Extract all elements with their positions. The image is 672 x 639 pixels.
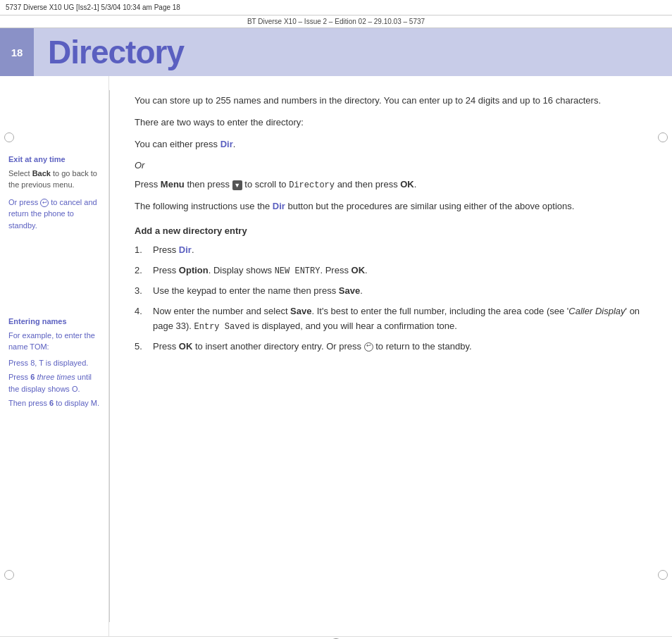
content-area: You can store up to 255 names and number… [110,76,672,636]
page-number: 18 [0,28,34,76]
step-num-1: 1. [135,243,147,258]
page-title: Directory [48,33,184,71]
ok-ref1: OK [400,179,414,190]
or-text: Or [135,159,647,173]
menu-ref: Menu [161,179,185,190]
sidebar-names-section: Entering names For example, to enter the… [8,316,100,409]
step-content-2: Press Option. Display shows NEW ENTRY. P… [153,263,647,278]
sidebar-exit-title: Exit at any time [8,154,100,166]
right-ring-bottom [658,570,668,580]
dir-step1: Dir [179,244,192,255]
add-entry-heading: Add a new directory entry [135,225,647,236]
save-step3: Save [339,285,360,296]
step-num-4: 4. [135,304,147,334]
new-entry-mono: NEW ENTRY [275,266,321,276]
entry-saved-mono: Entry Saved [194,322,250,332]
intro-para3: You can either press Dir. [135,137,647,152]
step-4: 4. Now enter the number and select Save.… [135,304,647,334]
step-num-2: 2. [135,263,147,278]
directory-mono: Directory [289,180,335,190]
step-content-1: Press Dir. [153,243,647,258]
page-header: 18 Directory [0,28,672,76]
steps-list: 1. Press Dir. 2. Press Option. Display s… [135,243,647,354]
sidebar-exit-text1: Select Back to go back to the previous m… [8,168,100,191]
page-title-box: Directory [34,28,672,76]
caller-display-ref: Caller Display [568,306,625,316]
top-bar: 5737 Diverse X10 UG [Iss2-1] 5/3/04 10:3… [0,0,672,15]
sidebar-names-step1: Press 8, T is displayed. [8,357,100,369]
sidebar-names-step3: Then press 6 to display M. [8,397,100,409]
sidebar-exit-text2: Or press ↩ to cancel and return the phon… [8,197,100,232]
left-ring-bottom [4,570,14,580]
intro-para2: There are two ways to enter the director… [135,116,647,130]
step-content-5: Press OK to insert another directory ent… [153,340,647,354]
top-bar-left: 5737 Diverse X10 UG [Iss2-1] 5/3/04 10:3… [6,4,180,11]
down-arrow: ▼ [232,180,242,190]
menu-para: Press Menu then press ▼ to scroll to Dir… [135,178,647,192]
sidebar-exit-section: Exit at any time Select Back to go back … [8,154,100,231]
right-ring-top [658,132,668,142]
sidebar-names-title: Entering names [8,316,100,328]
follow-para: The following instructions use the Dir b… [135,199,647,214]
option-ref: Option [179,265,209,275]
step-content-3: Use the keypad to enter the name then pr… [153,284,647,299]
sidebar-names-intro: For example, to enter the name TOM: [8,330,100,353]
standby-icon: ↩ [40,199,49,207]
step-content-4: Now enter the number and select Save. It… [153,304,647,334]
step-2: 2. Press Option. Display shows NEW ENTRY… [135,263,647,278]
dir-ref2: Dir [273,201,285,211]
top-bar-center: BT Diverse X10 – Issue 2 – Edition 02 – … [247,18,425,25]
dir-ref1: Dir [220,139,233,149]
save-step4: Save [290,306,311,316]
step-num-3: 3. [135,284,147,299]
step-5: 5. Press OK to insert another directory … [135,340,647,354]
ok-step5: OK [179,341,193,352]
step-1: 1. Press Dir. [135,243,647,258]
intro-para1: You can store up to 255 names and number… [135,94,647,108]
main-content: Exit at any time Select Back to go back … [0,76,672,636]
ok-step2: OK [351,265,366,275]
bottom-bar [0,636,672,639]
sidebar: Exit at any time Select Back to go back … [0,76,109,636]
standby-icon-step5: ↩ [364,342,373,352]
step-3: 3. Use the keypad to enter the name then… [135,284,647,299]
step-num-5: 5. [135,340,147,354]
sidebar-names-step2: Press 6 three times until the display sh… [8,371,100,395]
sidebar-back-label: Back [32,169,51,178]
left-ring-top [4,132,14,142]
